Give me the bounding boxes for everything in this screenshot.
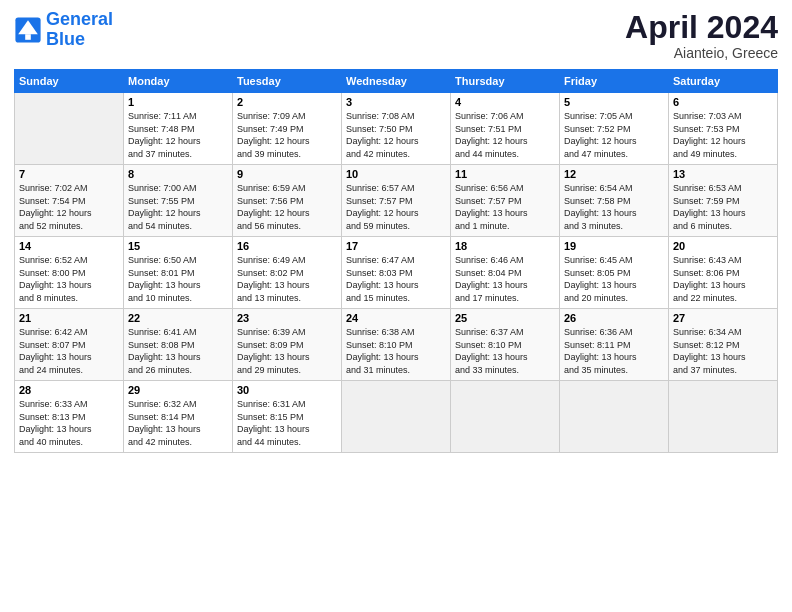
day-info: Sunrise: 6:38 AMSunset: 8:10 PMDaylight:… — [346, 326, 446, 376]
day-cell: 3Sunrise: 7:08 AMSunset: 7:50 PMDaylight… — [342, 93, 451, 165]
day-cell: 17Sunrise: 6:47 AMSunset: 8:03 PMDayligh… — [342, 237, 451, 309]
day-cell: 1Sunrise: 7:11 AMSunset: 7:48 PMDaylight… — [124, 93, 233, 165]
day-cell: 22Sunrise: 6:41 AMSunset: 8:08 PMDayligh… — [124, 309, 233, 381]
day-info: Sunrise: 7:00 AMSunset: 7:55 PMDaylight:… — [128, 182, 228, 232]
day-number: 19 — [564, 240, 664, 252]
day-number: 10 — [346, 168, 446, 180]
day-number: 6 — [673, 96, 773, 108]
day-number: 17 — [346, 240, 446, 252]
day-cell — [560, 381, 669, 453]
week-row-3: 21Sunrise: 6:42 AMSunset: 8:07 PMDayligh… — [15, 309, 778, 381]
logo-icon — [14, 16, 42, 44]
day-info: Sunrise: 7:03 AMSunset: 7:53 PMDaylight:… — [673, 110, 773, 160]
svg-rect-2 — [25, 34, 31, 40]
day-info: Sunrise: 6:46 AMSunset: 8:04 PMDaylight:… — [455, 254, 555, 304]
day-info: Sunrise: 6:33 AMSunset: 8:13 PMDaylight:… — [19, 398, 119, 448]
day-cell: 12Sunrise: 6:54 AMSunset: 7:58 PMDayligh… — [560, 165, 669, 237]
day-cell: 4Sunrise: 7:06 AMSunset: 7:51 PMDaylight… — [451, 93, 560, 165]
col-saturday: Saturday — [669, 70, 778, 93]
day-number: 16 — [237, 240, 337, 252]
day-number: 5 — [564, 96, 664, 108]
day-number: 23 — [237, 312, 337, 324]
day-info: Sunrise: 6:43 AMSunset: 8:06 PMDaylight:… — [673, 254, 773, 304]
day-cell: 26Sunrise: 6:36 AMSunset: 8:11 PMDayligh… — [560, 309, 669, 381]
day-info: Sunrise: 6:34 AMSunset: 8:12 PMDaylight:… — [673, 326, 773, 376]
day-cell: 2Sunrise: 7:09 AMSunset: 7:49 PMDaylight… — [233, 93, 342, 165]
day-info: Sunrise: 6:45 AMSunset: 8:05 PMDaylight:… — [564, 254, 664, 304]
day-cell: 14Sunrise: 6:52 AMSunset: 8:00 PMDayligh… — [15, 237, 124, 309]
day-cell: 30Sunrise: 6:31 AMSunset: 8:15 PMDayligh… — [233, 381, 342, 453]
day-number: 3 — [346, 96, 446, 108]
day-info: Sunrise: 6:49 AMSunset: 8:02 PMDaylight:… — [237, 254, 337, 304]
day-number: 13 — [673, 168, 773, 180]
col-thursday: Thursday — [451, 70, 560, 93]
location: Aianteio, Greece — [625, 45, 778, 61]
day-cell: 24Sunrise: 6:38 AMSunset: 8:10 PMDayligh… — [342, 309, 451, 381]
day-number: 18 — [455, 240, 555, 252]
day-info: Sunrise: 6:36 AMSunset: 8:11 PMDaylight:… — [564, 326, 664, 376]
day-info: Sunrise: 6:41 AMSunset: 8:08 PMDaylight:… — [128, 326, 228, 376]
day-info: Sunrise: 6:54 AMSunset: 7:58 PMDaylight:… — [564, 182, 664, 232]
logo-text-blue: Blue — [46, 30, 113, 50]
day-info: Sunrise: 6:39 AMSunset: 8:09 PMDaylight:… — [237, 326, 337, 376]
day-cell — [669, 381, 778, 453]
day-cell: 21Sunrise: 6:42 AMSunset: 8:07 PMDayligh… — [15, 309, 124, 381]
day-cell: 9Sunrise: 6:59 AMSunset: 7:56 PMDaylight… — [233, 165, 342, 237]
day-info: Sunrise: 7:11 AMSunset: 7:48 PMDaylight:… — [128, 110, 228, 160]
day-info: Sunrise: 6:52 AMSunset: 8:00 PMDaylight:… — [19, 254, 119, 304]
day-number: 8 — [128, 168, 228, 180]
day-number: 27 — [673, 312, 773, 324]
day-cell: 29Sunrise: 6:32 AMSunset: 8:14 PMDayligh… — [124, 381, 233, 453]
month-title: April 2024 — [625, 10, 778, 45]
day-cell — [451, 381, 560, 453]
col-monday: Monday — [124, 70, 233, 93]
day-info: Sunrise: 6:50 AMSunset: 8:01 PMDaylight:… — [128, 254, 228, 304]
logo-text-general: General — [46, 10, 113, 30]
day-number: 28 — [19, 384, 119, 396]
day-cell: 6Sunrise: 7:03 AMSunset: 7:53 PMDaylight… — [669, 93, 778, 165]
day-info: Sunrise: 6:59 AMSunset: 7:56 PMDaylight:… — [237, 182, 337, 232]
col-tuesday: Tuesday — [233, 70, 342, 93]
day-cell: 25Sunrise: 6:37 AMSunset: 8:10 PMDayligh… — [451, 309, 560, 381]
day-number: 29 — [128, 384, 228, 396]
calendar-table: Sunday Monday Tuesday Wednesday Thursday… — [14, 69, 778, 453]
day-number: 15 — [128, 240, 228, 252]
day-cell — [15, 93, 124, 165]
logo: General Blue — [14, 10, 113, 50]
day-info: Sunrise: 6:56 AMSunset: 7:57 PMDaylight:… — [455, 182, 555, 232]
day-cell: 7Sunrise: 7:02 AMSunset: 7:54 PMDaylight… — [15, 165, 124, 237]
day-number: 4 — [455, 96, 555, 108]
day-info: Sunrise: 6:37 AMSunset: 8:10 PMDaylight:… — [455, 326, 555, 376]
week-row-0: 1Sunrise: 7:11 AMSunset: 7:48 PMDaylight… — [15, 93, 778, 165]
day-number: 7 — [19, 168, 119, 180]
day-cell: 28Sunrise: 6:33 AMSunset: 8:13 PMDayligh… — [15, 381, 124, 453]
day-info: Sunrise: 7:06 AMSunset: 7:51 PMDaylight:… — [455, 110, 555, 160]
day-number: 30 — [237, 384, 337, 396]
day-number: 25 — [455, 312, 555, 324]
day-cell: 23Sunrise: 6:39 AMSunset: 8:09 PMDayligh… — [233, 309, 342, 381]
day-number: 21 — [19, 312, 119, 324]
day-cell: 8Sunrise: 7:00 AMSunset: 7:55 PMDaylight… — [124, 165, 233, 237]
day-cell: 13Sunrise: 6:53 AMSunset: 7:59 PMDayligh… — [669, 165, 778, 237]
day-info: Sunrise: 7:09 AMSunset: 7:49 PMDaylight:… — [237, 110, 337, 160]
day-info: Sunrise: 6:31 AMSunset: 8:15 PMDaylight:… — [237, 398, 337, 448]
day-cell: 10Sunrise: 6:57 AMSunset: 7:57 PMDayligh… — [342, 165, 451, 237]
day-info: Sunrise: 7:08 AMSunset: 7:50 PMDaylight:… — [346, 110, 446, 160]
day-info: Sunrise: 6:32 AMSunset: 8:14 PMDaylight:… — [128, 398, 228, 448]
day-number: 22 — [128, 312, 228, 324]
day-number: 12 — [564, 168, 664, 180]
col-friday: Friday — [560, 70, 669, 93]
day-cell: 20Sunrise: 6:43 AMSunset: 8:06 PMDayligh… — [669, 237, 778, 309]
day-number: 20 — [673, 240, 773, 252]
day-info: Sunrise: 7:02 AMSunset: 7:54 PMDaylight:… — [19, 182, 119, 232]
header-row: Sunday Monday Tuesday Wednesday Thursday… — [15, 70, 778, 93]
week-row-1: 7Sunrise: 7:02 AMSunset: 7:54 PMDaylight… — [15, 165, 778, 237]
day-number: 9 — [237, 168, 337, 180]
day-cell: 18Sunrise: 6:46 AMSunset: 8:04 PMDayligh… — [451, 237, 560, 309]
day-cell: 11Sunrise: 6:56 AMSunset: 7:57 PMDayligh… — [451, 165, 560, 237]
day-cell: 15Sunrise: 6:50 AMSunset: 8:01 PMDayligh… — [124, 237, 233, 309]
day-cell: 16Sunrise: 6:49 AMSunset: 8:02 PMDayligh… — [233, 237, 342, 309]
day-info: Sunrise: 6:53 AMSunset: 7:59 PMDaylight:… — [673, 182, 773, 232]
day-cell: 5Sunrise: 7:05 AMSunset: 7:52 PMDaylight… — [560, 93, 669, 165]
col-sunday: Sunday — [15, 70, 124, 93]
